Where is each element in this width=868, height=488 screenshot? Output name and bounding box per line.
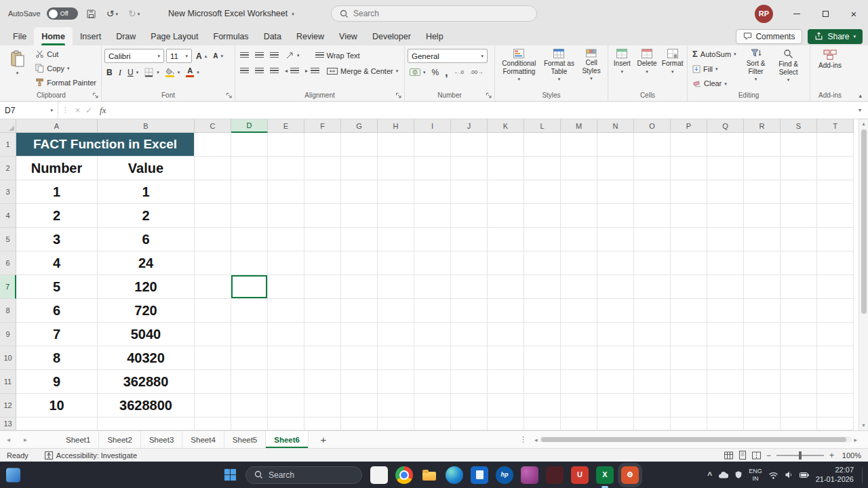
name-box[interactable]: D7▾	[0, 102, 58, 119]
cell-P6[interactable]	[671, 251, 707, 275]
cell-G12[interactable]	[341, 394, 378, 418]
cell-S5[interactable]	[781, 228, 817, 251]
cell-I1[interactable]	[414, 133, 451, 157]
cell-K5[interactable]	[488, 228, 524, 251]
cell-G13[interactable]	[341, 418, 378, 430]
cell-T11[interactable]	[817, 370, 854, 394]
cell-C1[interactable]	[195, 133, 231, 157]
formula-input[interactable]	[111, 102, 852, 119]
cell-S4[interactable]	[781, 204, 817, 228]
autosum-button[interactable]: ΣAutoSum▾	[690, 48, 738, 60]
cell-O1[interactable]	[634, 133, 671, 157]
tab-insert[interactable]: Insert	[73, 27, 108, 45]
cell-T12[interactable]	[817, 394, 854, 418]
cell-K8[interactable]	[488, 299, 524, 323]
save-button[interactable]	[84, 9, 98, 19]
column-header-J[interactable]: J	[451, 119, 488, 133]
battery-icon[interactable]	[800, 471, 810, 479]
number-dialog-launcher[interactable]	[486, 92, 492, 99]
cell-R13[interactable]	[744, 418, 781, 430]
cell-styles-button[interactable]: Cell Styles▾	[578, 47, 605, 89]
cell-D8[interactable]	[231, 299, 268, 323]
column-header-K[interactable]: K	[488, 119, 524, 133]
cell-K12[interactable]	[488, 394, 524, 418]
cell-N6[interactable]	[597, 251, 634, 275]
merge-center-button[interactable]: Merge & Center▾	[325, 64, 400, 77]
cell-A4[interactable]: 2	[16, 204, 98, 228]
whiteboard-icon[interactable]	[370, 466, 388, 484]
close-button[interactable]: ×	[840, 0, 868, 27]
zoom-in-button[interactable]: +	[829, 451, 834, 460]
cell-P12[interactable]	[671, 394, 707, 418]
cell-L10[interactable]	[524, 346, 561, 370]
cell-E12[interactable]	[268, 394, 304, 418]
column-header-I[interactable]: I	[414, 119, 451, 133]
cell-L2[interactable]	[524, 157, 561, 180]
widgets-icon[interactable]	[6, 468, 20, 482]
cell-P13[interactable]	[671, 418, 707, 430]
cell-H12[interactable]	[378, 394, 414, 418]
cell-Q1[interactable]	[707, 133, 744, 157]
row-header-3[interactable]: 3	[0, 180, 16, 204]
clear-button[interactable]: Clear▾	[690, 77, 738, 89]
orientation-button[interactable]: ▾	[283, 49, 302, 62]
cell-R10[interactable]	[744, 346, 781, 370]
wifi-icon[interactable]	[768, 471, 778, 479]
cell-Q11[interactable]	[707, 370, 744, 394]
row-header-8[interactable]: 8	[0, 299, 16, 323]
cell-K4[interactable]	[488, 204, 524, 228]
cell-J3[interactable]	[451, 180, 488, 204]
settings-icon[interactable]: ⚙	[621, 466, 639, 484]
sheet-nav-next[interactable]: ▸	[17, 436, 34, 443]
cell-A7[interactable]: 5	[16, 275, 98, 299]
conditional-formatting-button[interactable]: Conditional Formatting▾	[498, 47, 540, 89]
cell-M6[interactable]	[561, 251, 597, 275]
cell-Q7[interactable]	[707, 275, 744, 299]
cell-D1[interactable]	[231, 133, 268, 157]
page-break-view-button[interactable]	[752, 451, 761, 460]
tab-help[interactable]: Help	[418, 27, 451, 45]
tab-draw[interactable]: Draw	[108, 27, 143, 45]
cell-D4[interactable]	[231, 204, 268, 228]
cell-R1[interactable]	[744, 133, 781, 157]
tab-view[interactable]: View	[332, 27, 365, 45]
cell-R12[interactable]	[744, 394, 781, 418]
cell-Q9[interactable]	[707, 323, 744, 346]
column-header-C[interactable]: C	[195, 119, 231, 133]
cell-O5[interactable]	[634, 228, 671, 251]
cell-T4[interactable]	[817, 204, 854, 228]
cell-N11[interactable]	[597, 370, 634, 394]
tab-developer[interactable]: Developer	[365, 27, 418, 45]
cell-P1[interactable]	[671, 133, 707, 157]
tab-file[interactable]: File	[5, 27, 34, 45]
cell-M3[interactable]	[561, 180, 597, 204]
cell-K7[interactable]	[488, 275, 524, 299]
sheet-tab-sheet3[interactable]: Sheet3	[141, 431, 182, 448]
cell-O2[interactable]	[634, 157, 671, 180]
cell-F7[interactable]	[304, 275, 341, 299]
format-painter-button[interactable]: Format Painter	[33, 76, 98, 89]
bottom-align-button[interactable]	[268, 49, 281, 62]
increase-decimal-button[interactable]: ←.0	[452, 66, 466, 79]
cell-K13[interactable]	[488, 418, 524, 430]
cell-F8[interactable]	[304, 299, 341, 323]
cell-C11[interactable]	[195, 370, 231, 394]
cell-L6[interactable]	[524, 251, 561, 275]
copy-button[interactable]: Copy▾	[33, 62, 98, 75]
cell-P9[interactable]	[671, 323, 707, 346]
cell-A11[interactable]: 9	[16, 370, 98, 394]
cell-O8[interactable]	[634, 299, 671, 323]
cell-T2[interactable]	[817, 157, 854, 180]
sheet-tab-sheet2[interactable]: Sheet2	[99, 431, 140, 448]
redo-button[interactable]: ↻▾	[126, 8, 142, 19]
cell-S8[interactable]	[781, 299, 817, 323]
tab-data[interactable]: Data	[256, 27, 289, 45]
cell-I3[interactable]	[414, 180, 451, 204]
cell-H11[interactable]	[378, 370, 414, 394]
cell-G4[interactable]	[341, 204, 378, 228]
cell-T8[interactable]	[817, 299, 854, 323]
scroll-down-arrow[interactable]: ▾	[862, 422, 865, 430]
cell-I11[interactable]	[414, 370, 451, 394]
cell-G10[interactable]	[341, 346, 378, 370]
column-header-D[interactable]: D	[231, 119, 268, 133]
